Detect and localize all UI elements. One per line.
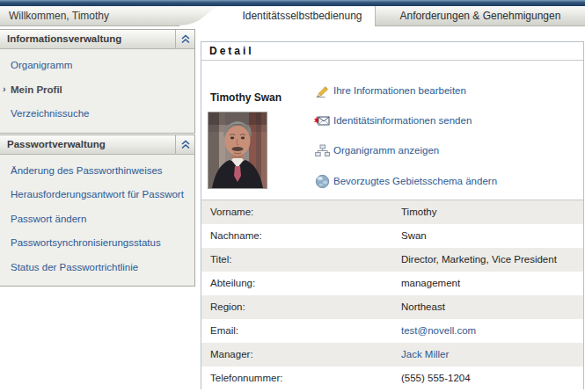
field-label: Manager: — [201, 343, 401, 367]
collapse-section-button[interactable] — [175, 135, 194, 154]
sidebar-item-label: Mein Profil — [11, 84, 62, 95]
sidebar: Informationsverwaltung Organigramm › Mei… — [0, 29, 195, 287]
field-label: Telefonnummer: — [201, 367, 401, 390]
collapse-section-button[interactable] — [175, 30, 194, 48]
field-value-region: Northeast — [401, 295, 583, 319]
action-show-org-chart[interactable]: Organigramm anzeigen — [314, 142, 439, 159]
top-navy-bar — [0, 0, 585, 6]
field-label: Vorname: — [201, 200, 401, 224]
action-change-preferred-locale[interactable]: Bevorzugtes Gebietsschema ändern — [314, 172, 497, 190]
portrait-photo-image — [208, 113, 267, 188]
field-value-email-link[interactable]: test@novell.com — [401, 319, 583, 343]
field-value-last-name: Swan — [401, 224, 583, 248]
send-mail-icon — [314, 113, 330, 128]
selected-item-bullet: › — [3, 83, 6, 96]
field-label: Email: — [201, 319, 401, 343]
org-chart-icon — [314, 142, 330, 158]
sidebar-section-information-management: Informationsverwaltung Organigramm › Mei… — [0, 29, 195, 134]
sidebar-item-list: Änderung des Passworthinweises Herausfor… — [0, 155, 194, 287]
sidebar-item-list: Organigramm › Mein Profil Verzeichnissuc… — [0, 49, 194, 133]
action-label: Identitätsinformationen senden — [333, 115, 472, 126]
chevron-double-up-icon — [180, 34, 191, 44]
welcome-message: Willkommen, Timothy — [9, 6, 109, 26]
field-label: Abteilung: — [201, 272, 401, 295]
action-label: Bevorzugtes Gebietsschema ändern — [333, 176, 497, 186]
field-label: Titel: — [201, 248, 401, 272]
action-edit-your-information[interactable]: Ihre Informationen bearbeiten — [314, 82, 466, 99]
globe-icon — [314, 173, 330, 189]
sidebar-item-password-policy-status[interactable]: Status der Passwortrichtlinie — [0, 256, 194, 280]
detail-panel-title: Detail — [201, 42, 583, 61]
field-value-title: Director, Marketing, Vice President — [401, 248, 583, 272]
tab-requests-approvals[interactable]: Anforderungen & Genehmigungen — [375, 6, 585, 26]
sidebar-item-org-chart[interactable]: Organigramm — [0, 54, 194, 78]
sidebar-section-header: Passwortverwaltung — [0, 135, 194, 155]
sidebar-item-directory-search[interactable]: Verzeichnissuche — [0, 102, 194, 127]
table-row: Manager: Jack Miller — [201, 343, 583, 367]
sidebar-item-password-hint-change[interactable]: Änderung des Passworthinweises — [0, 159, 194, 184]
sidebar-item-password-sync-status[interactable]: Passwortsynchronisierungsstatus — [0, 231, 194, 256]
table-row: Abteilung: management — [201, 272, 583, 295]
sidebar-item-change-password[interactable]: Passwort ändern — [0, 207, 194, 232]
field-value-department: management — [401, 272, 583, 295]
table-row: Titel: Director, Marketing, Vice Preside… — [201, 248, 583, 272]
profile-photo — [208, 112, 267, 189]
field-value-manager-link[interactable]: Jack Miller — [401, 343, 583, 367]
chevron-double-up-icon — [180, 140, 191, 149]
sidebar-section-title: Informationsverwaltung — [0, 30, 175, 48]
tab-identity-self-service[interactable]: Identitätsselbstbedienung — [230, 6, 374, 26]
field-value-phone: (555) 555-1204 — [401, 367, 583, 390]
profile-name: Timothy Swan — [210, 91, 282, 104]
action-label: Organigramm anzeigen — [333, 145, 439, 156]
action-label: Ihre Informationen bearbeiten — [333, 85, 466, 96]
table-row: Region: Northeast — [201, 295, 583, 319]
profile-field-table: Vorname: Timothy Nachname: Swan Titel: D… — [201, 200, 583, 390]
sidebar-section-password-management: Passwortverwaltung Änderung des Passwort… — [0, 134, 195, 287]
table-row: Nachname: Swan — [201, 224, 583, 248]
field-label: Region: — [201, 295, 401, 319]
action-send-identity-info[interactable]: Identitätsinformationen senden — [314, 112, 472, 129]
sidebar-section-title: Passwortverwaltung — [0, 135, 175, 154]
table-row: Vorname: Timothy — [201, 200, 583, 224]
table-row: Email: test@novell.com — [201, 319, 583, 343]
pencil-icon — [314, 83, 330, 98]
profile-section: Timothy Swan — [201, 61, 583, 200]
detail-panel: Detail Timothy Swan — [201, 41, 584, 389]
field-label: Nachname: — [201, 224, 401, 248]
sidebar-section-header: Informationsverwaltung — [0, 30, 194, 49]
header-strip: Willkommen, Timothy Identitätsselbstbedi… — [0, 6, 585, 26]
table-row: Telefonnummer: (555) 555-1204 — [201, 367, 583, 390]
sidebar-item-my-profile[interactable]: › Mein Profil — [0, 78, 194, 103]
sidebar-item-challenge-response[interactable]: Herausforderungsantwort für Passwort — [0, 183, 194, 207]
field-value-first-name: Timothy — [401, 200, 583, 224]
